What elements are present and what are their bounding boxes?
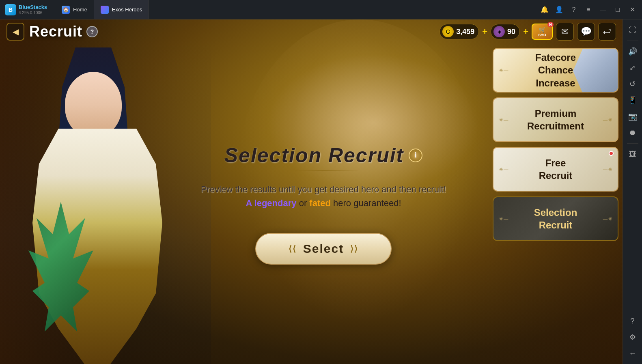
right-panel: ⁕─ FatecoreChanceIncrease ⁕─ PremiumRecr… [493, 48, 618, 241]
premium-deco-left: ⁕─ [498, 116, 508, 124]
bluestacks-icon: B [5, 4, 16, 15]
bs-gallery-button[interactable]: 🖼 [625, 147, 640, 162]
help-icon[interactable]: ? [86, 26, 98, 37]
select-arrow-right: ⟩⟩ [350, 244, 358, 254]
fatecore-chance-button[interactable]: ⁕─ FatecoreChanceIncrease [493, 48, 618, 93]
titlebar-tabs: 🏠 Home Exos Heroes [55, 0, 149, 19]
gold-plus-button[interactable]: + [482, 26, 487, 37]
shop-button[interactable]: N 🛒 SHO [532, 24, 553, 40]
fatecore-hero-image [573, 49, 618, 93]
gold-value: 3,459 [456, 28, 474, 36]
gem-resource: ◈ 90 [491, 24, 520, 39]
close-button[interactable]: ✕ [626, 3, 639, 16]
bs-help2-button[interactable]: ? [625, 314, 640, 328]
titlebar-controls: 🔔 👤 ? ≡ — □ ✕ [535, 3, 642, 16]
bs-camera-button[interactable]: 📷 [625, 109, 640, 124]
free-recruit-notification-dot [609, 151, 614, 156]
recruit-description: Preview the results until you get desire… [201, 184, 446, 195]
free-deco-left: ⁕─ [498, 166, 508, 173]
gem-value: 90 [507, 28, 515, 36]
bs-sidebar: ⛶ 🔊 ⤢ ↺ 📱 📷 ⏺ 🖼 ? ⚙ ← [623, 19, 642, 364]
free-deco-right: ─⁕ [603, 166, 613, 173]
notification-button[interactable]: 🔔 [538, 3, 551, 16]
back-button[interactable]: ◀ [6, 23, 24, 41]
premium-deco-right: ─⁕ [603, 116, 613, 124]
recruit-info-icon[interactable]: i [409, 149, 422, 162]
tab-exos-heroes[interactable]: Exos Heroes [94, 0, 149, 19]
main-content: Selection Recruit i Preview the results … [154, 44, 493, 364]
gem-icon: ◈ [493, 26, 505, 37]
shop-text: SHO [538, 33, 546, 37]
bluestacks-brand-text: BlueStacks 4.295.0.1006 [19, 4, 47, 15]
select-arrow-left: ⟨⟨ [289, 244, 297, 254]
selection-deco-right: ─⁕ [603, 215, 613, 223]
recruit-title-area: Selection Recruit i [224, 144, 422, 174]
bluestacks-logo: B BlueStacks 4.295.0.1006 [0, 4, 52, 15]
menu-button[interactable]: ≡ [582, 3, 595, 16]
mail-button[interactable]: ✉ [556, 23, 574, 41]
selection-deco-left: ⁕─ [498, 215, 508, 223]
bs-rotate-button[interactable]: ↺ [625, 77, 640, 91]
tab-home[interactable]: 🏠 Home [55, 0, 94, 19]
hero-face [65, 72, 122, 137]
highlight-or: or [299, 198, 310, 208]
highlight-legendary: A legendary [246, 198, 296, 208]
select-button-container: ⟨⟨ Select ⟩⟩ [255, 233, 392, 265]
select-button[interactable]: ⟨⟨ Select ⟩⟩ [255, 233, 392, 265]
bs-volume-button[interactable]: 🔊 [625, 44, 640, 59]
bs-expand-button[interactable]: ⛶ [625, 23, 640, 37]
gold-resource: G 3,459 [439, 24, 479, 39]
select-button-label: Select [303, 242, 344, 256]
shop-badge: N [547, 22, 554, 27]
maximize-button[interactable]: □ [611, 3, 624, 16]
free-recruit-label: FreeRecruit [539, 157, 573, 182]
bs-settings-button[interactable]: ⚙ [625, 330, 640, 345]
highlight-suffix: hero guaranteed! [333, 198, 401, 208]
bs-back-button[interactable]: ← [625, 346, 640, 361]
selection-recruit-label: SelectionRecruit [534, 206, 577, 231]
game-hud: ◀ Recruit ? G 3,459 + ◈ 90 + N 🛒 SHO ✉ 💬… [0, 19, 623, 44]
gem-plus-button[interactable]: + [523, 26, 528, 37]
highlight-fated: fated [309, 198, 331, 208]
recruit-highlight-line: A legendary or fated hero guaranteed! [246, 198, 401, 209]
hud-resources: G 3,459 + ◈ 90 + N 🛒 SHO ✉ 💬 ⮐ [439, 23, 616, 41]
bs-phone-button[interactable]: 📱 [625, 93, 640, 108]
fatecore-label: FatecoreChanceIncrease [535, 51, 576, 89]
account-button[interactable]: 👤 [553, 3, 566, 16]
shop-label: 🛒 [539, 26, 546, 33]
game-area: ◀ Recruit ? G 3,459 + ◈ 90 + N 🛒 SHO ✉ 💬… [0, 19, 623, 364]
page-title: Recruit [29, 23, 82, 40]
minimize-button[interactable]: — [597, 3, 610, 16]
recruit-title-text: Selection Recruit [224, 144, 404, 167]
help-button[interactable]: ? [567, 3, 580, 16]
selection-recruit-button[interactable]: ⁕─ SelectionRecruit ─⁕ [493, 196, 618, 241]
premium-recruitment-button[interactable]: ⁕─ PremiumRecruitment ─⁕ [493, 97, 618, 142]
bs-separator-2 [627, 143, 638, 144]
exit-button[interactable]: ⮐ [598, 23, 616, 41]
exos-heroes-tab-icon [101, 6, 109, 14]
chat-button[interactable]: 💬 [577, 23, 595, 41]
home-tab-icon: 🏠 [62, 6, 70, 14]
premium-label: PremiumRecruitment [527, 107, 584, 132]
gold-icon: G [442, 26, 454, 37]
free-recruit-button[interactable]: ⁕─ FreeRecruit ─⁕ [493, 147, 618, 192]
recruit-title: Selection Recruit i [224, 144, 422, 167]
bs-record-button[interactable]: ⏺ [625, 125, 640, 140]
bs-expand2-button[interactable]: ⤢ [625, 60, 640, 75]
titlebar: B BlueStacks 4.295.0.1006 🏠 Home Exos He… [0, 0, 642, 19]
bs-separator-1 [627, 41, 638, 41]
title-divider [287, 170, 360, 171]
fatecore-deco-left: ⁕─ [498, 67, 508, 74]
